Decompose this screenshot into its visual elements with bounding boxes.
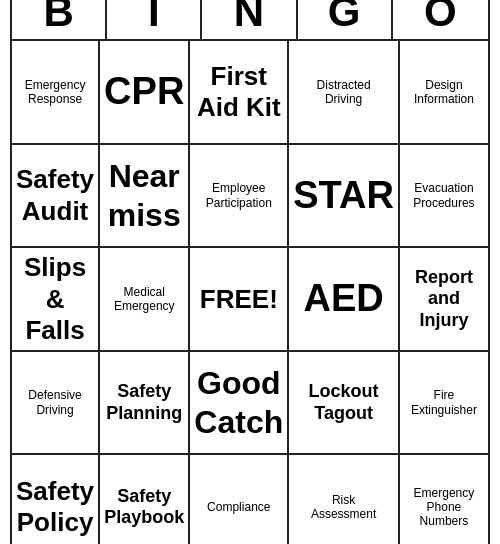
cell-label: DefensiveDriving [28, 388, 81, 417]
cell-label: Nearmiss [108, 157, 181, 234]
bingo-cell: SafetyPlanning [100, 352, 190, 456]
cell-label: DistractedDriving [317, 78, 371, 107]
bingo-cell: EvacuationProcedures [400, 145, 488, 249]
cell-label: Slips &Falls [16, 252, 94, 346]
bingo-header: BINGO [12, 0, 488, 41]
bingo-cell: CPR [100, 41, 190, 145]
cell-label: LockoutTagout [309, 381, 379, 424]
bingo-cell: MedicalEmergency [100, 248, 190, 352]
cell-label: DesignInformation [414, 78, 474, 107]
bingo-cell: EmergencyPhoneNumbers [400, 455, 488, 544]
bingo-cell: SafetyPolicy [12, 455, 100, 544]
header-letter: B [12, 0, 107, 39]
bingo-cell: DesignInformation [400, 41, 488, 145]
cell-label: SafetyAudit [16, 164, 94, 226]
cell-label: CPR [104, 69, 184, 115]
cell-label: SafetyPolicy [16, 476, 94, 538]
cell-label: ReportandInjury [415, 267, 473, 332]
bingo-cell: EmergencyResponse [12, 41, 100, 145]
bingo-cell: EmployeeParticipation [190, 145, 289, 249]
bingo-cell: STAR [289, 145, 400, 249]
bingo-cell: FREE! [190, 248, 289, 352]
bingo-cell: FirstAid Kit [190, 41, 289, 145]
cell-label: Compliance [207, 500, 270, 514]
bingo-cell: ReportandInjury [400, 248, 488, 352]
header-letter: I [107, 0, 202, 39]
bingo-cell: DistractedDriving [289, 41, 400, 145]
bingo-cell: SafetyPlaybook [100, 455, 190, 544]
bingo-cell: Compliance [190, 455, 289, 544]
bingo-cell: GoodCatch [190, 352, 289, 456]
cell-label: GoodCatch [194, 364, 283, 441]
bingo-card: BINGO EmergencyResponseCPRFirstAid KitDi… [10, 0, 490, 544]
cell-label: FREE! [200, 284, 278, 315]
bingo-cell: AED [289, 248, 400, 352]
bingo-grid: EmergencyResponseCPRFirstAid KitDistract… [12, 41, 488, 544]
cell-label: SafetyPlanning [106, 381, 182, 424]
cell-label: MedicalEmergency [114, 285, 175, 314]
bingo-cell: LockoutTagout [289, 352, 400, 456]
header-letter: N [202, 0, 297, 39]
header-letter: G [298, 0, 393, 39]
bingo-cell: RiskAssessment [289, 455, 400, 544]
cell-label: RiskAssessment [311, 493, 376, 522]
cell-label: AED [303, 276, 383, 322]
bingo-cell: Nearmiss [100, 145, 190, 249]
cell-label: EmergencyPhoneNumbers [414, 486, 475, 529]
cell-label: SafetyPlaybook [104, 486, 184, 529]
bingo-cell: SafetyAudit [12, 145, 100, 249]
cell-label: EmergencyResponse [25, 78, 86, 107]
header-letter: O [393, 0, 488, 39]
cell-label: EmployeeParticipation [206, 181, 272, 210]
bingo-cell: DefensiveDriving [12, 352, 100, 456]
cell-label: STAR [293, 173, 394, 219]
cell-label: EvacuationProcedures [413, 181, 474, 210]
bingo-cell: Slips &Falls [12, 248, 100, 352]
cell-label: FirstAid Kit [197, 61, 281, 123]
bingo-cell: FireExtinguisher [400, 352, 488, 456]
cell-label: FireExtinguisher [411, 388, 477, 417]
